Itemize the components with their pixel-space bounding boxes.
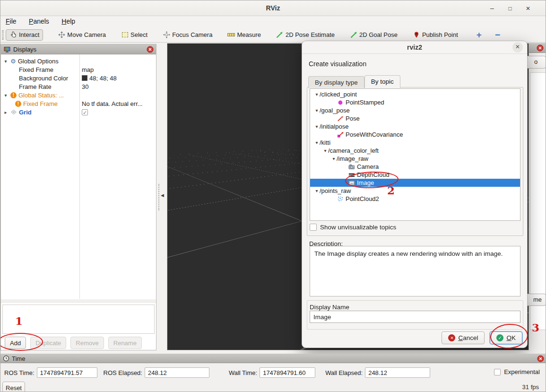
topic-row[interactable]: PointStamped [310,98,520,106]
display-name-input[interactable] [310,311,520,323]
toolbar-drag-handle[interactable] [2,30,4,40]
views-panel-header [529,43,546,53]
clock-icon [3,355,9,362]
goal-pose-tool-button[interactable]: 2D Goal Pose [347,30,401,40]
chevron-down-icon[interactable] [314,140,320,145]
interact-tool-button[interactable]: Interact [6,29,43,41]
wall-time-label: Wall Time: [229,369,257,376]
experimental-checkbox[interactable] [494,369,501,375]
show-unvisualizable-checkbox[interactable] [310,224,317,231]
window-title: RViz [0,0,546,16]
views-close-icon[interactable] [537,44,544,52]
pose-arrow-icon [337,115,344,122]
menu-help[interactable]: Help [56,16,80,25]
red-pin-icon [413,31,420,39]
topic-row[interactable]: /camera_color_left [310,147,520,155]
ros-time-input[interactable] [37,367,97,378]
move-camera-tool-button[interactable]: Move Camera [54,30,109,40]
select-tool-button[interactable]: Select [118,30,151,40]
experimental-row: Experimental [494,368,540,375]
show-unvisualizable-row: Show unvisualizable topics [310,224,396,231]
time-panel-header: Time [0,354,546,363]
ros-elapsed-label: ROS Elapsed: [104,369,142,376]
property-row[interactable]: Background Color 48; 48; 48 [1,74,156,82]
grid-enabled-checkbox[interactable] [82,109,88,115]
interact-hand-icon [9,31,17,39]
time-close-icon[interactable] [537,355,544,362]
tool-label: 2D Goal Pose [359,31,398,38]
tool-label: 2D Pose Estimate [286,31,335,38]
time-fields-row: ROS Time: ROS Elapsed: Wall Time: Wall E… [4,367,436,378]
menu-file[interactable]: File [0,16,22,25]
measure-tool-button[interactable]: Measure [224,30,264,40]
pointcloud2-icon [337,196,344,202]
chevron-down-icon[interactable] [3,59,9,64]
topic-row[interactable]: /points_raw [310,187,520,195]
chevron-right-icon[interactable] [3,110,9,115]
minimize-icon[interactable] [486,2,498,15]
cancel-button[interactable]: Cancel [442,331,485,344]
topic-row-image-selected[interactable]: Image [310,179,520,187]
splitter-handle[interactable] [1,299,156,303]
time-panel-title: Time [12,355,25,362]
displays-close-icon[interactable] [147,46,154,53]
publish-point-tool-button[interactable]: Publish Point [409,30,461,40]
chevron-down-icon[interactable] [314,188,320,193]
wall-elapsed-label: Wall Elapsed: [325,369,363,376]
chevron-down-icon[interactable] [322,148,328,153]
close-icon[interactable] [522,2,534,15]
point-stamped-icon [337,99,344,106]
tool-label: Move Camera [67,31,106,38]
tab-by-display-type[interactable]: By display type [308,76,364,88]
maximize-icon[interactable] [504,2,516,15]
property-row[interactable]: Fixed Frame No tf data. Actual err... [1,99,156,108]
rename-display-button[interactable]: Rename [108,337,142,349]
property-row[interactable]: Fixed Frame map [1,65,156,74]
property-row[interactable]: Global Options [1,57,156,65]
chevron-down-icon[interactable] [3,93,9,98]
focus-crosshair-icon [163,31,170,39]
topic-row[interactable]: PoseWithCovariance [310,131,520,139]
collapse-arrow-icon[interactable] [161,193,164,198]
topic-row[interactable]: /image_raw [310,155,520,163]
dialog-close-icon[interactable] [512,42,523,52]
camera-icon [348,164,355,170]
chevron-down-icon[interactable] [331,156,337,161]
topic-row[interactable]: /initialpose [310,122,520,131]
focus-camera-tool-button[interactable]: Focus Camera [159,30,216,40]
reset-button[interactable]: Reset [2,382,25,392]
topic-row[interactable]: Pose [310,114,520,122]
topic-row[interactable]: Camera [310,163,520,171]
panel-splitter-handle[interactable] [158,184,159,210]
wall-time-input[interactable] [260,367,315,378]
ros-time-label: ROS Time: [4,369,35,376]
chevron-down-icon[interactable] [314,92,320,97]
tool-label: Interact [19,31,39,38]
description-box: The Image display creates a new renderin… [310,246,520,296]
chevron-down-icon[interactable] [314,124,320,129]
property-row[interactable]: Global Status: ... [1,91,156,99]
pose-covariance-icon [337,131,344,138]
rviz-window: RViz File Panels Help Interact Move Came… [0,0,546,392]
topic-row[interactable]: PointCloud2 [310,195,520,203]
topic-row[interactable]: /clicked_point [310,90,520,98]
remove-display-button[interactable]: Remove [70,337,104,349]
time-panel: Time ROS Time: ROS Elapsed: Wall Time: W… [0,354,546,392]
gear-icon [10,58,16,64]
ros-elapsed-input[interactable] [145,367,209,378]
property-row[interactable]: Grid [1,108,156,116]
remove-tool-icon[interactable]: − [495,31,500,39]
wall-elapsed-input[interactable] [365,367,430,378]
warning-icon [10,92,17,98]
tab-by-topic[interactable]: By topic [364,75,400,88]
topic-row[interactable]: DepthCloud [310,171,520,179]
pose-estimate-tool-button[interactable]: 2D Pose Estimate [273,30,338,40]
menu-panels[interactable]: Panels [24,16,54,25]
chevron-down-icon[interactable] [314,108,320,113]
add-tool-icon[interactable]: + [477,31,482,39]
property-row[interactable]: Frame Rate 30 [1,82,156,91]
color-swatch [82,75,87,81]
topic-row[interactable]: /goal_pose [310,106,520,114]
topic-row[interactable]: /kitti [310,139,520,147]
green-arrow-icon [350,31,357,39]
